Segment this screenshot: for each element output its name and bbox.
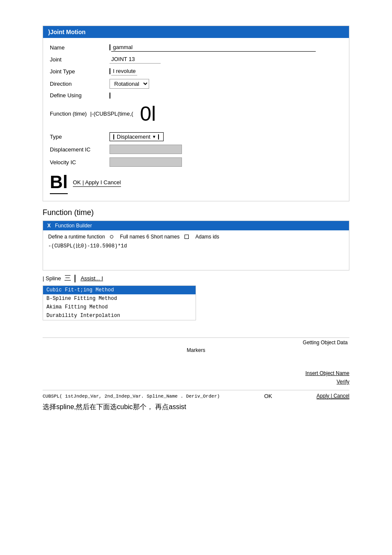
cursor-type [113, 134, 114, 139]
bold-b-icon: Bl [50, 172, 68, 194]
function-builder: X Function Builder Define a runtime func… [43, 221, 349, 270]
panel-body: Name Joint JOINT 13 Joint Type I revolut… [43, 38, 349, 201]
joint-row: Joint JOINT 13 [50, 55, 342, 64]
assist-button[interactable]: Assist... I [81, 275, 103, 282]
ok-apply-cancel-row: Bl OK | Apply I Cancel [50, 172, 342, 194]
ok-bottom-button[interactable]: OK [264, 393, 272, 399]
displacement-ic-row: Displacement IC [50, 145, 342, 154]
big-zero: 0l [140, 102, 156, 125]
insert-object-name-button[interactable]: Insert Object Name [306, 370, 349, 376]
panel-header: )Joint Motion [43, 26, 349, 38]
getting-object-section: Getting Object Data Markers [43, 337, 349, 353]
oac-text: OK | Apply I Cancel [73, 179, 121, 187]
type-row: Type Displacement ▼ [50, 132, 342, 141]
fb-options-row: Define a runtime function Full names 6 S… [48, 234, 344, 240]
markers-label: Markers [43, 347, 349, 353]
bottom-info-row: CUBSPL( 1stJndep_Var, 2nd_Indep_Var. Spl… [43, 390, 349, 399]
joint-type-value: I revolute [111, 67, 137, 76]
function-row: Function (time) |-(CUBSPL(time,( 0l [50, 102, 342, 125]
cubic-fit-option[interactable]: Cubic Fit-t;ing Method [43, 286, 196, 294]
verify-button[interactable]: Verify [337, 379, 349, 385]
type-dropdown[interactable]: Displacement ▼ [110, 132, 164, 141]
page-wrapper: )Joint Motion Name Joint JOINT 13 Joint … [0, 0, 392, 555]
define-using-row: Define Using [50, 92, 342, 99]
velocity-ic-label: Velocity IC [50, 159, 110, 166]
cancel-button[interactable]: Cancel [104, 179, 121, 186]
apply-cancel-bottom: Apply | Cancel [317, 393, 349, 399]
displacement-ic-input[interactable] [110, 145, 182, 154]
ok-button[interactable]: OK [73, 179, 81, 186]
displacement-ic-label: Displacement IC [50, 146, 110, 153]
type-label: Type [50, 134, 110, 140]
dropdown-arrow-icon: ▼ [152, 134, 156, 139]
fb-header: X Function Builder [43, 221, 349, 230]
akima-option[interactable]: Akima Fitting Method [43, 303, 196, 311]
fb-body: Define a runtime function Full names 6 S… [43, 230, 349, 270]
fb-formula: -(CUBSPL(比0)-110.5908)*1d [48, 242, 344, 250]
function-time-section: Function (time) X Function Builder Defin… [43, 208, 349, 412]
name-label: Name [50, 44, 110, 51]
direction-label: Direction [50, 81, 110, 87]
adams-ids-label: Adams ids [195, 234, 219, 240]
joint-label: Joint [50, 56, 110, 63]
cubspl-info: CUBSPL( 1stJndep_Var, 2nd_Indep_Var. Spl… [43, 394, 220, 399]
bracket-icon [75, 275, 75, 282]
joint-motion-panel: )Joint Motion Name Joint JOINT 13 Joint … [43, 26, 349, 201]
panel-title: )Joint Motion [48, 29, 86, 35]
define-using-label: Define Using [50, 92, 110, 99]
full-names-label: Full names 6 Short names [120, 234, 179, 240]
type-value: Displacement [117, 134, 150, 140]
apply-button[interactable]: Apply [85, 179, 99, 186]
joint-value: JOINT 13 [110, 55, 161, 64]
fb-header-title: Function Builder [55, 223, 92, 229]
velocity-ic-input[interactable] [110, 157, 182, 167]
radio-dot-icon[interactable] [110, 235, 113, 238]
bottom-actions: Insert Object Name Verify [43, 370, 349, 385]
fb-x-icon: X [47, 223, 51, 229]
chinese-instruction: 选择spline,然后在下面选cubic那个， 再点assist [43, 403, 349, 412]
separator2: I [101, 179, 104, 186]
function-prefix: |-(CUBSPL(time,( [90, 110, 133, 117]
velocity-ic-row: Velocity IC [50, 157, 342, 167]
direction-select[interactable]: Rotational [110, 79, 149, 89]
joint-type-label: Joint Type [50, 68, 110, 75]
joint-type-row: Joint Type I revolute [50, 67, 342, 76]
cursor-type2 [158, 134, 159, 139]
checkbox-adams-icon[interactable] [184, 235, 189, 239]
spline-label: | Spline [43, 275, 61, 282]
durability-option[interactable]: Durability Interpolation [43, 311, 196, 320]
function-time-title: Function (time) [43, 208, 349, 217]
cursor-name [110, 44, 110, 50]
cursor-jtype [110, 68, 110, 74]
spline-icon: 三 [64, 274, 71, 283]
fitting-method-dropdown: Cubic Fit-t;ing Method B-Spline Fitting … [43, 285, 196, 320]
name-row: Name [50, 43, 342, 52]
name-input[interactable] [111, 43, 316, 52]
getting-object-label: Getting Object Data [43, 340, 349, 346]
function-label: Function (time) [50, 110, 87, 117]
spline-row: | Spline 三 Assist... I [43, 274, 349, 283]
bspline-option[interactable]: B-Spline Fitting Method [43, 294, 196, 303]
direction-row: Direction Rotational [50, 79, 342, 89]
apply-cancel-bottom-button[interactable]: Apply | Cancel [317, 393, 349, 399]
cursor-define [110, 93, 110, 99]
define-runtime-label: Define a runtime function [48, 234, 105, 240]
